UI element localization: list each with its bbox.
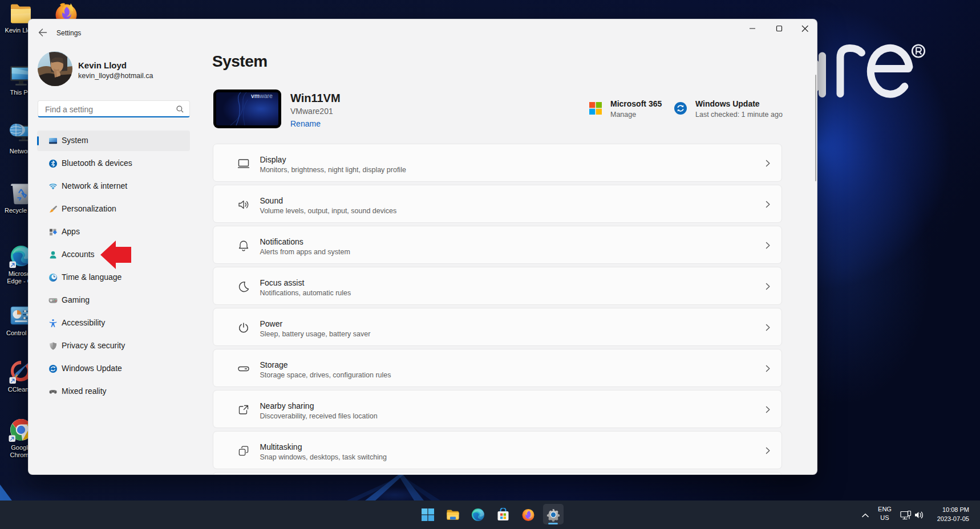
svg-text:vmware: vmware bbox=[251, 92, 273, 99]
